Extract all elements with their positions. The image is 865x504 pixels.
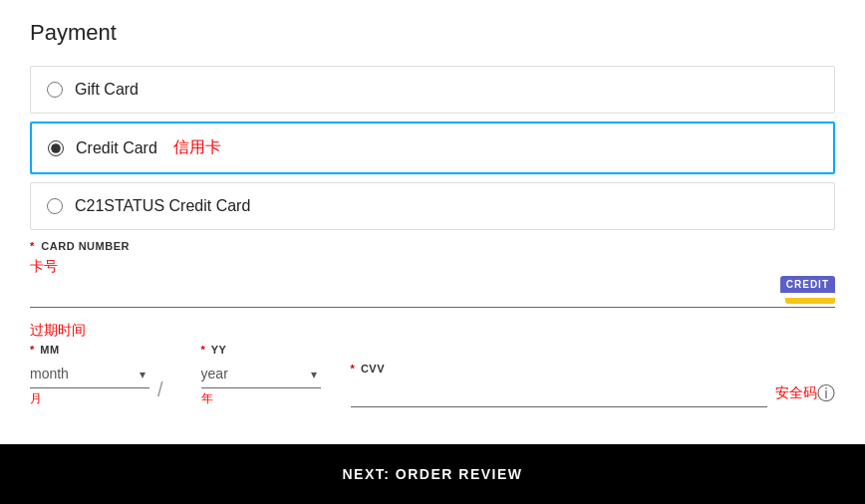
cvv-input-wrapper — [351, 378, 767, 407]
year-select[interactable]: year 202420252026 2027202820292030 — [201, 360, 321, 388]
expiry-section: 过期时间 * MM month 010203 040506 070809 101… — [30, 322, 835, 407]
card-number-wrapper: CREDIT — [30, 278, 835, 308]
info-icon[interactable]: ⓘ — [817, 381, 835, 405]
payment-option-c21status[interactable]: C21STATUS Credit Card — [30, 182, 835, 230]
year-select-wrapper: year 202420252026 2027202820292030 ▾ — [201, 360, 321, 388]
mm-label: * MM — [30, 344, 149, 356]
payment-option-gift-card[interactable]: Gift Card — [30, 66, 835, 114]
expiry-chinese: 过期时间 — [30, 322, 835, 340]
page-title: Payment — [30, 20, 835, 46]
cvv-group: * CVV 安全码 ⓘ — [351, 363, 835, 407]
next-order-review-button[interactable]: NEXT: ORDER REVIEW — [342, 466, 522, 482]
card-number-chinese: 卡号 — [30, 258, 835, 276]
gift-card-radio[interactable] — [47, 82, 63, 98]
yy-group: * YY year 202420252026 2027202820292030 … — [201, 344, 321, 407]
yy-label: * YY — [201, 344, 321, 356]
month-chinese-sub: 月 — [30, 390, 149, 407]
credit-card-chinese: 信用卡 — [173, 137, 221, 158]
credit-badge: CREDIT — [780, 276, 835, 293]
main-content: Payment Gift Card Credit Card 信用卡 C21STA… — [0, 0, 865, 487]
payment-option-credit-card[interactable]: Credit Card 信用卡 — [30, 122, 835, 174]
c21status-label: C21STATUS Credit Card — [75, 197, 250, 215]
cvv-input[interactable] — [351, 378, 767, 407]
card-number-input[interactable] — [30, 278, 835, 308]
mm-group: * MM month 010203 040506 070809 101112 ▾… — [30, 344, 149, 407]
card-number-required: * — [30, 240, 35, 252]
expiry-row: * MM month 010203 040506 070809 101112 ▾… — [30, 344, 835, 407]
gift-card-label: Gift Card — [75, 81, 139, 99]
month-select-wrapper: month 010203 040506 070809 101112 ▾ — [30, 360, 149, 388]
credit-card-label: Credit Card — [76, 139, 157, 157]
credit-card-radio[interactable] — [48, 140, 64, 156]
card-number-label: * CARD NUMBER — [30, 240, 835, 252]
cvv-chinese: 安全码 — [775, 384, 817, 402]
cvv-label: * CVV — [351, 363, 835, 375]
year-chinese-sub: 年 — [201, 390, 321, 407]
bottom-bar: NEXT: ORDER REVIEW — [0, 444, 865, 504]
cvv-row-inner: 安全码 ⓘ — [351, 378, 835, 407]
card-number-group: * CARD NUMBER 卡号 CREDIT — [30, 240, 835, 308]
c21status-radio[interactable] — [47, 198, 63, 214]
credit-badge-bar — [785, 298, 835, 304]
month-select[interactable]: month 010203 040506 070809 101112 — [30, 360, 149, 388]
slash-divider: / — [157, 378, 163, 407]
